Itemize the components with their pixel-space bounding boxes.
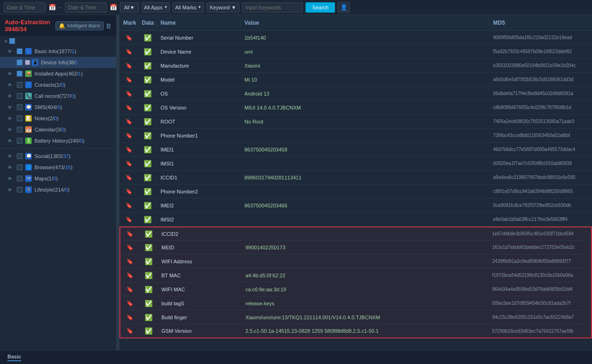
date-input-1[interactable]	[4, 2, 46, 13]
table-row[interactable]: 🔖 ✅ OS Version MIUI 14.0.4.0.TJBCNXM c8b…	[119, 101, 592, 115]
bookmark-cell[interactable]: 🔖	[120, 242, 139, 253]
bookmark-cell[interactable]: 🔖	[120, 312, 139, 323]
table-row[interactable]: 🔖 ✅ IMSI1 d2820ea1f7ae7c0354f8c0f10ab809…	[119, 157, 592, 171]
notes-checkbox[interactable]	[17, 116, 22, 121]
contacts-checkbox[interactable]	[17, 82, 22, 88]
all-dropdown[interactable]: All ▼	[120, 2, 139, 13]
table-row[interactable]: 🔖 ✅ OS Android 13 66dbdefa717f4e3be8d45c…	[119, 87, 592, 101]
bookmark-cell[interactable]: 🔖	[119, 47, 138, 57]
bookmark-cell[interactable]: 🔖	[119, 75, 138, 85]
maps-checkbox[interactable]	[17, 176, 22, 181]
sidebar-item-device-info[interactable]: 📱 Device Info(38/)	[0, 57, 116, 68]
all-marks-dropdown[interactable]: All Marks ▼	[173, 2, 203, 13]
name-cell: MEID	[158, 243, 242, 252]
name-cell: IMEI2	[157, 201, 241, 210]
social-checkbox[interactable]	[17, 153, 22, 159]
user-icon-button[interactable]: 👤	[338, 2, 350, 13]
bookmark-cell[interactable]: 🔖	[119, 103, 138, 113]
sidebar-item-maps[interactable]: 👁 🗺 Maps(1/0)	[0, 173, 116, 184]
sidebar-item-notes[interactable]: 👁 📝 Notes(2/0)	[0, 113, 116, 124]
table-row[interactable]: 🔖 ✅ BT MAC a4:4b:d5:0f:62:22 f1972bca54d…	[119, 268, 592, 282]
table-row[interactable]: 🔖 ✅ IMEI2 863750045203466 0ca9081fc8ce79…	[119, 199, 592, 213]
lifestyle-checkbox[interactable]	[17, 187, 22, 192]
bookmark-cell[interactable]: 🔖	[120, 256, 139, 267]
bookmark-cell[interactable]: 🔖	[119, 186, 138, 197]
table-body: 🔖 ✅ Serial Number 1b54f140 9089f59df05da…	[119, 31, 592, 350]
value-cell	[242, 260, 488, 263]
sidebar-item-basic-info[interactable]: 👁 i Basic Info(1877/1)	[0, 46, 116, 57]
check-cell: ✅	[138, 88, 157, 99]
table-row[interactable]: 🔖 ✅ ROOT No Root 7405a2ecb08f26c78535135…	[119, 115, 592, 129]
sidebar-item-contacts[interactable]: 👁 👤 Contacts(1/0)	[0, 79, 116, 90]
calendar-icon-1[interactable]: 📅	[49, 4, 56, 11]
value-cell: Xiaomi/umi/umi:13/TKQ1.221114.001/V14.0.…	[242, 313, 488, 322]
table-row[interactable]: 🔖 ✅ Device Name umi f5a92b7933c49597b09e…	[119, 45, 592, 59]
table-row[interactable]: 🔖 ✅ Phone Number1 73f6bc43cce8bfd1165634…	[119, 129, 592, 143]
table-row[interactable]: 🔖 ✅ Model Mi 10 a6b5d6e5df70f2b536c5d016…	[119, 73, 592, 87]
table-row[interactable]: 🔖 ✅ ICCID1 89860317940281113411 a9a4ea8c…	[119, 171, 592, 185]
keyword-input[interactable]	[242, 2, 303, 13]
bookmark-cell[interactable]: 🔖	[119, 144, 138, 155]
sidebar-item-browser[interactable]: 👁 🌐 Browser(473/16)	[0, 162, 116, 173]
sidebar-item-social[interactable]: 👁 💭 Social(1383/37)	[0, 151, 116, 162]
bookmark-cell[interactable]: 🔖	[119, 33, 138, 43]
sidebar-item-lifestyle[interactable]: 👁 🏃 Lifestyle(214/0)	[0, 184, 116, 195]
check-cell: ✅	[138, 46, 157, 57]
bookmark-cell[interactable]: 🔖	[119, 117, 138, 127]
device-info-label: Device Info(38/)	[41, 60, 77, 65]
notes-label: Notes(2/0)	[35, 116, 58, 121]
table-row[interactable]: 🔖 ✅ Manufacture Xiaomi e3551033980e50184…	[119, 59, 592, 73]
date-input-2[interactable]	[65, 2, 107, 13]
table-row[interactable]: 🔖 ✅ IMSI2 e8e0ab1b0a63ffcc217fee3e5663ff…	[119, 213, 592, 227]
bookmark-cell[interactable]: 🔖	[119, 200, 138, 211]
sidebar-item-installed-apps[interactable]: 👁 📦 Installed Apps(462/1)	[0, 68, 116, 79]
battery-checkbox[interactable]	[17, 138, 22, 144]
all-apps-dropdown[interactable]: All Apps ▼	[142, 2, 170, 13]
table-row[interactable]: 🔖 ✅ GSM Version 2.5.c1-50.1a-14515.23-08…	[119, 324, 592, 338]
browser-checkbox[interactable]	[17, 165, 22, 170]
table-row[interactable]: 🔖 ✅ Serial Number 1b54f140 9089f59df05da…	[119, 31, 592, 45]
table-row[interactable]: 🔖 ✅ Phone Number2 cf891e57d9cc942a6384b8…	[119, 185, 592, 199]
all-checkbox[interactable]	[9, 38, 15, 44]
sms-checkbox[interactable]	[17, 104, 22, 110]
intelligent-alarm-button[interactable]: 🔔 Intelligent Alarm	[56, 21, 104, 30]
bookmark-cell[interactable]: 🔖	[119, 214, 138, 225]
bookmark-cell[interactable]: 🔖	[119, 172, 138, 183]
sidebar-item-call-record[interactable]: 👁 📞 Call record(727/0)	[0, 90, 116, 102]
call-checkbox[interactable]	[17, 93, 22, 99]
bookmark-cell[interactable]: 🔖	[120, 284, 139, 295]
bookmark-cell[interactable]: 🔖	[119, 61, 138, 71]
apps-checkbox[interactable]	[17, 71, 22, 76]
name-cell: ICCID1	[157, 173, 241, 182]
bookmark-cell[interactable]: 🔖	[120, 326, 139, 336]
table-row[interactable]: 🔖 ✅ build tagS release-keys 50fac5ee187d…	[119, 296, 592, 310]
search-button[interactable]: Search	[306, 2, 335, 13]
table-row[interactable]: 🔖 ✅ ICCID2 1e67d4b8e3b9595c481e593f71bb4…	[119, 227, 592, 240]
check-cell: ✅	[138, 200, 157, 211]
device-info-checkbox[interactable]	[17, 60, 22, 65]
eye-icon-contacts: 👁	[7, 82, 14, 88]
basic-info-checkbox[interactable]	[17, 48, 22, 54]
main-area: Auto-Extraction 3948/34 🔔 Intelligent Al…	[0, 15, 592, 350]
bookmark-cell[interactable]: 🔖	[119, 130, 138, 141]
delete-icon[interactable]: 🗑	[105, 22, 111, 29]
bookmark-cell[interactable]: 🔖	[119, 89, 138, 99]
bookmark-cell[interactable]: 🔖	[119, 158, 138, 169]
sidebar-item-sms[interactable]: 👁 💬 SMS(404/0)	[0, 102, 116, 113]
bookmark-cell[interactable]: 🔖	[120, 298, 139, 309]
table-row[interactable]: 🔖 ✅ Build finger Xiaomi/umi/umi:13/TKQ1.…	[119, 310, 592, 324]
browser-icon: 🌐	[25, 164, 32, 171]
bookmark-cell[interactable]: 🔖	[120, 270, 139, 281]
calendar-checkbox[interactable]	[17, 127, 22, 132]
table-row[interactable]: 🔖 ✅ IMEI1 863750045203458 46d7b6dcc77e56…	[119, 143, 592, 157]
sidebar-item-calendar[interactable]: 👁 📅 Calendar(3/0)	[0, 124, 116, 135]
table-row[interactable]: 🔖 ✅ WIFI Address 2439f9d91a3c9ed89696f55…	[119, 254, 592, 268]
table-row[interactable]: 🔖 ✅ MEID 99001402250173 162e1d7ebdd63deb…	[119, 240, 592, 254]
sidebar-item-battery[interactable]: 👁 🔋 Battery History(240/0)	[0, 135, 116, 146]
table-row[interactable]: 🔖 ✅ WIFI MAC ca:c6:9e:aa:3d:19 964d34a4a…	[119, 282, 592, 296]
bookmark-cell[interactable]: 🔖	[120, 229, 139, 239]
check-cell: ✅	[138, 116, 157, 127]
calendar-icon-2[interactable]: 📅	[110, 4, 117, 11]
keyword-dropdown[interactable]: Keyword ▼	[207, 2, 240, 13]
basic-tab[interactable]: Basic	[7, 354, 21, 361]
